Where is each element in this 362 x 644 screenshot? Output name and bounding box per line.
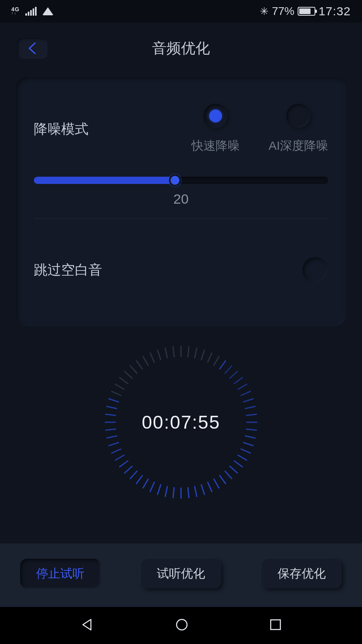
dial-tick (245, 406, 256, 409)
dial-tick (105, 414, 116, 416)
dial-tick (233, 377, 243, 384)
dial-tick (246, 422, 257, 423)
dial-tick (187, 487, 189, 498)
dial-tick (181, 487, 182, 499)
radio-item-fast: 快速降噪 (191, 104, 240, 154)
settings-card: 降噪模式 快速降噪 AI深度降噪 20 跳过空白音 (16, 77, 346, 326)
back-button[interactable] (17, 38, 47, 59)
page-title: 音频优化 (152, 39, 210, 58)
dial-tick (213, 479, 220, 489)
dial-tick (111, 390, 122, 396)
dial-tick (105, 422, 116, 423)
skip-silence-label: 跳过空白音 (34, 261, 102, 279)
noise-mode-label: 降噪模式 (34, 120, 138, 138)
dial-tick (124, 371, 133, 379)
dial-tick (233, 460, 243, 468)
dial-tick (165, 486, 168, 497)
svg-rect-2 (271, 620, 280, 630)
dial-time: 00:07:55 (142, 411, 220, 433)
dial-tick (240, 390, 251, 396)
nav-home-icon[interactable] (175, 618, 189, 633)
dial-tick (136, 475, 143, 484)
bluetooth-icon: ✳ (260, 5, 269, 18)
dial-tick (224, 470, 232, 479)
save-optimize-button[interactable]: 保存优化 (261, 559, 342, 588)
dial-tick (243, 442, 254, 447)
dial-tick (194, 486, 197, 497)
noise-slider: 20 (34, 177, 328, 207)
stop-preview-button[interactable]: 停止试听 (20, 559, 101, 588)
dial-tick (181, 346, 182, 357)
dial-tick (224, 365, 232, 374)
dial-tick (237, 454, 248, 461)
dial-tick (149, 481, 155, 492)
radio-item-ai: AI深度降噪 (269, 104, 328, 154)
skip-silence-toggle[interactable] (302, 257, 328, 283)
dial-tick (229, 371, 238, 379)
svg-point-1 (177, 619, 187, 630)
dial-tick (111, 448, 122, 454)
wifi-icon (42, 7, 53, 15)
dial-tick (165, 347, 168, 359)
dial-tick (246, 428, 257, 431)
dial-tick (142, 479, 149, 489)
dial-tick (124, 465, 133, 474)
dial-tick (201, 349, 206, 361)
dial-tick (105, 428, 116, 431)
dial-tick (219, 360, 226, 369)
dial-tick (149, 352, 155, 363)
dial-tick (130, 365, 138, 374)
noise-mode-radio-group: 快速降噪 AI深度降噪 (191, 104, 328, 154)
dial-tick (157, 484, 162, 495)
chevron-left-icon (28, 42, 37, 54)
dial-tick (130, 470, 138, 479)
dial-tick (219, 475, 226, 484)
dial-tick (207, 352, 213, 363)
dial-tick (245, 435, 256, 439)
dial-tick (142, 356, 149, 366)
dial-tick (173, 346, 175, 357)
dial-tick (115, 454, 125, 461)
noise-mode-row: 降噪模式 快速降噪 AI深度降噪 (34, 87, 328, 166)
dial-tick (119, 460, 128, 468)
dial-tick (108, 398, 119, 403)
slider-track[interactable] (34, 177, 328, 184)
status-right: ✳ 77% 17:32 (260, 4, 351, 18)
dial-tick (243, 398, 254, 403)
dial-tick (173, 487, 175, 498)
skip-silence-row: 跳过空白音 (34, 219, 328, 323)
dial-tick (136, 360, 143, 369)
app-header: 音频优化 (0, 28, 362, 68)
dial-tick (194, 347, 197, 359)
radio-fast-label: 快速降噪 (191, 138, 240, 154)
status-left: 4G↑↓ (11, 7, 53, 16)
slider-value: 20 (34, 191, 328, 207)
status-bar: 4G↑↓ ✳ 77% 17:32 (0, 0, 362, 23)
dial-area: 00:07:55 (0, 346, 362, 499)
preview-optimize-button[interactable]: 试听优化 (141, 559, 221, 588)
progress-dial: 00:07:55 (105, 346, 257, 499)
dial-tick (115, 384, 125, 390)
nav-recent-icon[interactable] (269, 619, 282, 632)
slider-thumb[interactable] (169, 174, 181, 186)
nav-back-icon[interactable] (80, 618, 94, 633)
dial-tick (207, 481, 213, 492)
slider-fill (34, 177, 175, 184)
dial-tick (157, 349, 162, 361)
dial-tick (237, 384, 248, 390)
dial-tick (229, 465, 238, 474)
network-4g-icon: 4G↑↓ (11, 7, 20, 15)
radio-ai[interactable] (286, 104, 311, 128)
dial-tick (213, 356, 220, 366)
svg-marker-0 (83, 619, 91, 630)
dial-tick (106, 406, 117, 409)
android-nav-bar (0, 607, 362, 644)
dial-tick (187, 346, 189, 357)
bottom-action-panel: 停止试听 试听优化 保存优化 (0, 543, 362, 607)
battery-icon (298, 7, 315, 16)
dial-tick (106, 435, 117, 439)
dial-tick (246, 414, 257, 416)
radio-ai-label: AI深度降噪 (269, 138, 328, 154)
radio-fast[interactable] (204, 104, 228, 128)
dial-tick (108, 442, 119, 447)
